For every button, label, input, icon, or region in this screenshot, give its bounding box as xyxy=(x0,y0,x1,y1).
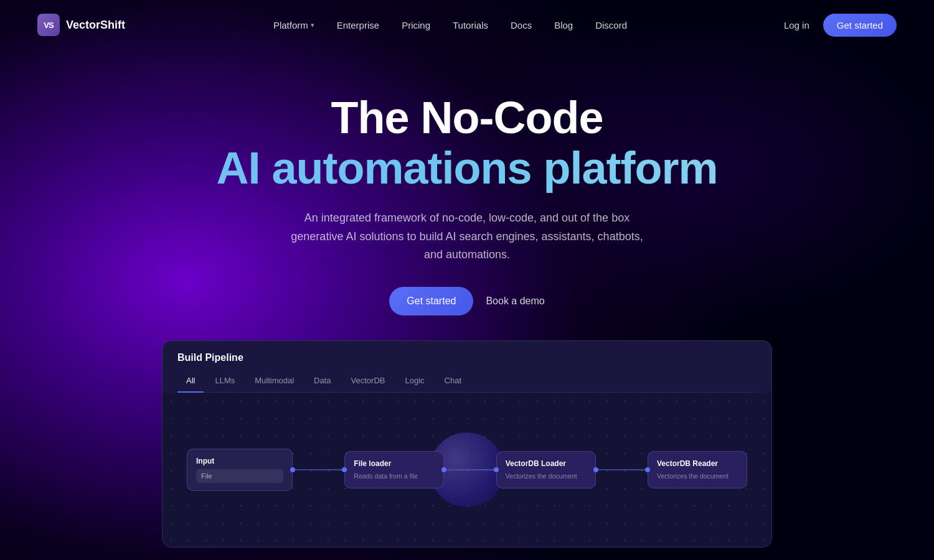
node-file-loader: File loader Reads data from a file xyxy=(344,451,444,489)
node-vectordb-reader-title: VectorDB Reader xyxy=(657,459,738,468)
logo-icon: VS xyxy=(37,14,60,36)
pipeline-tabs: All LLMs Multimodal Data VectorDB Logic … xyxy=(177,372,757,393)
pipeline-canvas: Input File File loader Reads data from a… xyxy=(163,393,771,547)
connector-3 xyxy=(596,469,648,470)
hero-title-line2: AI automations platform xyxy=(0,142,934,194)
logo[interactable]: VS VectorShift xyxy=(37,14,125,36)
tab-chat[interactable]: Chat xyxy=(436,372,470,393)
nav-actions: Log in Get started xyxy=(775,14,897,37)
nav-blog[interactable]: Blog xyxy=(545,15,582,35)
nav-platform[interactable]: Platform ▾ xyxy=(265,15,323,35)
node-vectordb-reader: VectorDB Reader Vectorizes the document xyxy=(648,451,747,489)
node-vectordb-reader-desc: Vectorizes the document xyxy=(657,472,738,481)
node-input-field: File xyxy=(196,469,283,483)
get-started-button-hero[interactable]: Get started xyxy=(389,287,473,315)
node-input: Input File xyxy=(187,449,293,491)
chevron-down-icon: ▾ xyxy=(311,21,314,29)
nav-enterprise[interactable]: Enterprise xyxy=(328,15,388,35)
node-vectordb-loader-desc: Vectorizes the document xyxy=(506,472,587,481)
node-vectordb-loader-title: VectorDB Loader xyxy=(506,459,587,468)
pipeline-title: Build Pipeline xyxy=(177,352,757,363)
node-file-loader-title: File loader xyxy=(354,459,435,468)
tab-llms[interactable]: LLMs xyxy=(206,372,243,393)
node-file-loader-desc: Reads data from a file xyxy=(354,472,435,481)
tab-data[interactable]: Data xyxy=(305,372,339,393)
tab-logic[interactable]: Logic xyxy=(397,372,433,393)
nav-links: Platform ▾ Enterprise Pricing Tutorials … xyxy=(265,15,636,35)
book-demo-button[interactable]: Book a demo xyxy=(486,296,544,307)
tab-multimodal[interactable]: Multimodal xyxy=(246,372,303,393)
hero-title-line1: The No-Code xyxy=(0,93,934,142)
tab-all[interactable]: All xyxy=(177,372,204,393)
pipeline-header: Build Pipeline All LLMs Multimodal Data … xyxy=(163,341,771,393)
login-button[interactable]: Log in xyxy=(775,15,818,35)
connector-2 xyxy=(444,469,496,470)
nav-tutorials[interactable]: Tutorials xyxy=(444,15,497,35)
node-vectordb-loader: VectorDB Loader Vectorizes the document xyxy=(496,451,596,489)
hero-title: The No-Code AI automations platform xyxy=(0,93,934,194)
pipeline-card: Build Pipeline All LLMs Multimodal Data … xyxy=(162,340,772,548)
connector-1 xyxy=(293,469,344,470)
node-input-title: Input xyxy=(196,457,283,465)
hero-subtitle: An integrated framework of no-code, low-… xyxy=(286,209,648,264)
nav-docs[interactable]: Docs xyxy=(502,15,540,35)
navbar: VS VectorShift Platform ▾ Enterprise Pri… xyxy=(0,0,934,50)
nav-pricing[interactable]: Pricing xyxy=(393,15,439,35)
nav-discord[interactable]: Discord xyxy=(587,15,636,35)
logo-name: VectorShift xyxy=(66,19,125,32)
get-started-button-nav[interactable]: Get started xyxy=(823,14,897,37)
hero-buttons: Get started Book a demo xyxy=(0,287,934,315)
tab-vectordb[interactable]: VectorDB xyxy=(342,372,394,393)
nodes-container: Input File File loader Reads data from a… xyxy=(187,449,747,491)
hero-section: The No-Code AI automations platform An i… xyxy=(0,50,934,315)
